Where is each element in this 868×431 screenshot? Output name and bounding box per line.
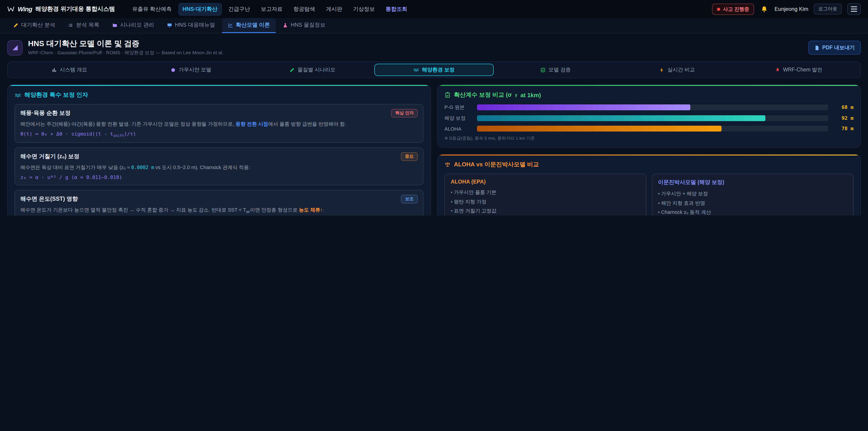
nav-item-aerial-search[interactable]: 항공탐색 [289, 2, 320, 16]
nav-item-reports[interactable]: 보고자료 [256, 2, 287, 16]
factor-title: 해풍·육풍 순환 보정 [20, 110, 70, 117]
sigma-chart-title: 확산계수 보정 비교 (σy at 1km) [444, 91, 854, 99]
clipboard-check-icon [444, 92, 451, 98]
pdf-export-button[interactable]: PDF 내보내기 [808, 41, 861, 55]
bar-track [477, 105, 828, 111]
tab-scenario-management[interactable]: 시나리오 관리 [106, 18, 160, 33]
nav-item-weather[interactable]: 기상정보 [348, 2, 379, 16]
factor-title: 해수면 온도(SST) 영향 [20, 195, 78, 203]
top-navbar: Wing 해양환경 위기대응 통합시스템 유출유 확산예측 HNS·대기확산 긴… [0, 0, 868, 18]
list-item: 해안 지형 효과 반영 [658, 198, 847, 208]
leemoonjin-feature-list: 가우시안 + 해양 보정 해안 지형 효과 반영 Charnock z₀ 동적 … [658, 189, 847, 216]
nav-item-rescue[interactable]: 긴급구난 [224, 2, 254, 16]
brand-mark: Wing [18, 5, 32, 13]
bar-label: ALOHA [444, 126, 472, 131]
tab-hns-substance-info[interactable]: HNS 물질정보 [277, 18, 331, 33]
compare-grid: ALOHA (EPA) 가우시안 플룸 기본 평탄 지형 가정 표면 거칠기 고… [444, 174, 854, 216]
notification-bell-button[interactable] [760, 4, 769, 14]
model-comparison-card: ALOHA vs 이문진박사모델 비교 ALOHA (EPA) 가우시안 플룸 … [437, 154, 861, 216]
chart-footnote: ※ D등급(중립), 풍속 5 m/s, 풍하거리 1 km 기준 [444, 136, 854, 142]
model-comparison-title: ALOHA vs 이문진박사모델 비교 [444, 161, 854, 169]
nav-item-board[interactable]: 게시판 [321, 2, 347, 16]
ruler-icon [7, 40, 23, 55]
sigma-bar-row-0: P-G 원본 68 m [444, 104, 854, 111]
section-tab-model-validation[interactable]: 모델 검증 [496, 64, 616, 76]
right-column: 확산계수 보정 비교 (σy at 1km) P-G 원본 68 m 해양 보정… [437, 85, 861, 216]
incident-dot-icon [717, 7, 720, 11]
page-header: HNS 대기확산 모델 이론 및 검증 WRF-Chem · Gaussian … [0, 33, 868, 61]
list-item: 표면 거칠기 고정값 [451, 206, 640, 215]
brand[interactable]: Wing 해양환경 위기대응 통합시스템 [7, 5, 115, 13]
section-tab-gaussian-model[interactable]: 가우시안 모델 [131, 64, 251, 76]
page-title: HNS 대기확산 모델 이론 및 검증 [28, 39, 803, 49]
check-square-icon [540, 67, 546, 73]
ocean-correction-panel: 해양환경 특수 보정 인자 해풍·육풍 순환 보정 핵심 인자 해안에서는 주간… [7, 85, 431, 216]
list-item: 가우시안 플룸 기본 [451, 188, 640, 197]
manual-book-icon [167, 22, 172, 28]
wave-icon [413, 67, 419, 73]
list-icon [68, 22, 73, 28]
bar-label: P-G 원본 [444, 104, 472, 111]
brand-title: 해양환경 위기대응 통합시스템 [35, 5, 115, 13]
hamburger-icon [851, 6, 857, 7]
section-tab-wrf-chem[interactable]: WRF-Chem 발전 [739, 64, 859, 76]
factor-title: 해수면 거칠기 (z₀) 보정 [20, 153, 79, 160]
sigma-bar-fill-2 [477, 126, 721, 132]
section-tab-substance-scenarios[interactable]: 물질별 시나리오 [252, 64, 372, 76]
list-item: Charnock z₀ 동적 계산 [658, 208, 847, 216]
pencil-icon [13, 22, 19, 28]
factor-description: 해수면은 육상 대비 표면 거칠기가 매우 낮음 (z₀ ≈ 0.0002 m … [20, 164, 418, 172]
menu-button[interactable] [847, 3, 861, 15]
list-item: 해양 특성 미반영 [451, 215, 640, 216]
scale-icon [444, 162, 451, 168]
sigma-bar-row-1: 해양 보정 92 m [444, 115, 854, 122]
ocean-correction-title: 해양환경 특수 보정 인자 [14, 91, 424, 99]
tab-dispersion-analysis[interactable]: 대기확산 분석 [7, 18, 61, 33]
factor-badge: 보조 [401, 195, 418, 204]
main-content: 해양환경 특수 보정 인자 해풍·육풍 순환 보정 핵심 인자 해안에서는 주간… [7, 85, 861, 216]
wave-icon [14, 92, 21, 98]
bar-value: 92 m [833, 116, 854, 121]
bar-chart-icon [52, 67, 57, 73]
page-subtitle: WRF-Chem · Gaussian Plume/Puff · ROMS · … [28, 50, 803, 56]
bar-value: 68 m [833, 105, 854, 111]
gaussian-curve-icon [170, 67, 176, 73]
document-icon [814, 45, 819, 51]
bar-track [477, 116, 828, 121]
section-tab-system-overview[interactable]: 시스템 개요 [9, 64, 129, 76]
factor-badge: 중요 [401, 152, 418, 161]
factor-card-sea-roughness: 해수면 거칠기 (z₀) 보정 중요 해수면은 육상 대비 표면 거칠기가 매우… [14, 147, 424, 185]
nav-item-integrated-search[interactable]: 통합조회 [381, 2, 412, 16]
tab-hns-response-manual[interactable]: HNS 대응매뉴얼 [161, 18, 221, 33]
incident-status-badge: 사고 진행중 [712, 3, 754, 15]
user-name: Eunjeong Kim [775, 6, 808, 12]
section-tab-ocean-correction[interactable]: 해양환경 보정 [374, 64, 494, 76]
aloha-panel: ALOHA (EPA) 가우시안 플룸 기본 평탄 지형 가정 표면 거칠기 고… [444, 174, 646, 216]
sigma-bar-row-2: ALOHA 78 m [444, 126, 854, 132]
list-item: 평탄 지형 가정 [451, 197, 640, 206]
module-tabbar: 대기확산 분석 분석 목록 시나리오 관리 HNS 대응매뉴얼 확산모델 이론 … [0, 18, 868, 33]
aloha-feature-list: 가우시안 플룸 기본 평탄 지형 가정 표면 거칠기 고정값 해양 특성 미반영… [451, 188, 640, 216]
app-root: Wing 해양환경 위기대응 통합시스템 유출유 확산예측 HNS·대기확산 긴… [0, 0, 868, 216]
sigma-comparison-card: 확산계수 보정 비교 (σy at 1km) P-G 원본 68 m 해양 보정… [437, 85, 861, 148]
leemoonjin-model-panel: 이문진박사모델 (해양 보정) 가우시안 + 해양 보정 해안 지형 효과 반영… [652, 174, 854, 216]
page-titles: HNS 대기확산 모델 이론 및 검증 WRF-Chem · Gaussian … [28, 39, 803, 56]
sigma-bar-fill-1 [477, 116, 766, 121]
tab-analysis-list[interactable]: 분석 목록 [62, 18, 105, 33]
incident-status-label: 사고 진행중 [723, 6, 749, 12]
nav-item-oil-spill[interactable]: 유출유 확산예측 [128, 2, 176, 16]
factor-description: 해안에서는 주간(해풍)·야간(육풍) 풍향 전환 발생. 기존 가우시안 모델… [20, 120, 418, 128]
section-tab-realtime-comparison[interactable]: 실시간 비교 [617, 64, 737, 76]
bell-icon [761, 5, 768, 13]
factor-card-sst-effect: 해수면 온도(SST) 영향 보조 해수면 온도가 기온보다 높으면 열적 불안… [14, 190, 424, 216]
logout-button[interactable]: 로그아웃 [814, 4, 842, 14]
bar-track [477, 126, 828, 132]
bar-label: 해양 보정 [444, 115, 472, 122]
chart-icon [228, 22, 233, 28]
bar-value: 78 m [833, 126, 854, 132]
highlight-text: 풍향 전환 시점 [236, 121, 268, 127]
nav-item-hns-dispersion[interactable]: HNS·대기확산 [178, 2, 222, 16]
lightning-icon [659, 67, 665, 73]
tab-model-theory[interactable]: 확산모델 이론 [222, 18, 276, 33]
factor-formula: θ(t) = θ₀ + Δθ · sigmoid((t - tshift)/τ) [20, 131, 418, 138]
